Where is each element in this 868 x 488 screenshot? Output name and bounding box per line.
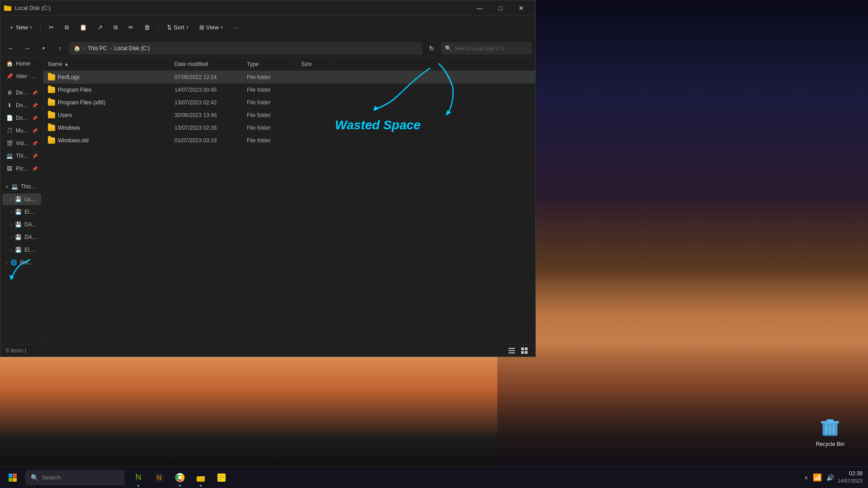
file-col-perflogs-date: 07/05/2022 12:24 bbox=[170, 71, 242, 84]
taskbar-search-icon: 🔍 bbox=[31, 474, 38, 481]
svg-rect-12 bbox=[521, 351, 524, 354]
sidebar-pictures-label: Pictures bbox=[16, 165, 29, 172]
taskbar-apps: N N bbox=[128, 468, 231, 488]
taskbar-app-next[interactable]: N bbox=[149, 468, 169, 488]
sidebar-item-documents[interactable]: 📄 Docume… 📌 bbox=[2, 112, 41, 124]
file-perflogs-date: 07/05/2022 12:24 bbox=[175, 74, 217, 80]
sidebar-item-downloads[interactable]: ⬇ Downloa… 📌 bbox=[2, 99, 41, 111]
svg-rect-18 bbox=[9, 478, 13, 482]
copy-to-icon: ⧉ bbox=[113, 24, 118, 31]
sidebar-item-local-disk[interactable]: › 💾 Local Disk bbox=[2, 193, 41, 205]
path-local-disk[interactable]: Local Disk (C:) bbox=[114, 45, 150, 52]
forward-button[interactable]: → bbox=[20, 42, 34, 55]
taskbar-search[interactable]: 🔍 Search bbox=[25, 470, 125, 485]
file-col-program-files-name: Program Files bbox=[43, 84, 170, 96]
file-row-users[interactable]: Users 30/06/2023 13:46 File folder bbox=[43, 109, 535, 122]
music-icon: 🎵 bbox=[6, 127, 13, 134]
sidebar-item-alter-perso[interactable]: 📌 Alter · Perso bbox=[2, 70, 41, 82]
chevron-up-icon[interactable]: ∧ bbox=[804, 474, 808, 481]
file-col-users-type: File folder bbox=[242, 109, 297, 122]
more-button[interactable]: ··· bbox=[229, 21, 243, 33]
up-button[interactable]: ↑ bbox=[53, 42, 66, 55]
file-col-windows-name: Windows bbox=[43, 122, 170, 134]
move-button[interactable]: ↗ bbox=[93, 21, 107, 33]
copy-to-button[interactable]: ⧉ bbox=[109, 21, 122, 34]
taskbar-app-explorer[interactable] bbox=[191, 468, 211, 488]
col-header-name[interactable]: Name ▲ bbox=[43, 57, 170, 70]
sidebar-item-data-e[interactable]: › 💾 DATA (E:) bbox=[2, 219, 41, 230]
paste-button[interactable]: 📋 bbox=[75, 21, 91, 33]
sidebar-downloads-label: Downloa… bbox=[16, 102, 29, 108]
cut-button[interactable]: ✂ bbox=[44, 21, 58, 33]
start-button[interactable] bbox=[2, 467, 24, 488]
folder-windows-icon bbox=[48, 125, 55, 131]
more-label: ··· bbox=[234, 24, 239, 31]
taskbar-app-notes[interactable] bbox=[212, 468, 231, 488]
recycle-bin[interactable]: Recycle Bin bbox=[816, 414, 844, 447]
file-row-program-files[interactable]: Program Files 14/07/2023 00:45 File fold… bbox=[43, 84, 535, 96]
taskbar-app-chrome[interactable] bbox=[170, 468, 190, 488]
file-row-perflogs[interactable]: PerfLogs 07/05/2022 12:24 File folder bbox=[43, 71, 535, 84]
wifi-icon[interactable]: 📶 bbox=[813, 473, 822, 482]
sidebar-item-this-pc-expanded[interactable]: ▾ 💻 This PC bbox=[2, 181, 41, 192]
file-col-users-name: Users bbox=[43, 109, 170, 122]
sidebar-item-elements-d[interactable]: › 💾 Elements (D bbox=[2, 244, 41, 256]
new-button[interactable]: ＋ New ▾ bbox=[4, 21, 37, 34]
sidebar-desktop-label: Desktop bbox=[16, 89, 29, 96]
delete-button[interactable]: 🗑 bbox=[140, 21, 155, 33]
recent-button[interactable]: ▾ bbox=[37, 42, 50, 55]
window-title: Local Disk (C:) bbox=[15, 5, 469, 11]
sort-button[interactable]: ⇅ Sort ▾ bbox=[162, 21, 193, 33]
file-col-windows-old-size bbox=[297, 134, 333, 147]
sidebar-item-home[interactable]: 🏠 Home bbox=[2, 58, 41, 70]
back-button[interactable]: ← bbox=[4, 42, 18, 55]
search-box[interactable]: 🔍 Search Local Disk (C:) bbox=[441, 42, 532, 55]
rename-button[interactable]: ✏ bbox=[124, 21, 138, 33]
col-header-date[interactable]: Date modified bbox=[170, 57, 242, 70]
sidebar-videos-label: Videos bbox=[16, 140, 29, 146]
file-rows: PerfLogs 07/05/2022 12:24 File folder Pr… bbox=[43, 71, 535, 344]
forward-icon: → bbox=[24, 45, 30, 52]
file-users-date: 30/06/2023 13:46 bbox=[175, 112, 217, 118]
list-view-button[interactable] bbox=[506, 346, 517, 356]
sidebar-item-network[interactable]: › 🌐 Network bbox=[2, 257, 41, 268]
file-col-program-files-x86-size bbox=[297, 96, 333, 109]
status-separator: | bbox=[25, 347, 26, 354]
file-row-program-files-x86[interactable]: Program Files (x86) 13/07/2023 02:42 Fil… bbox=[43, 96, 535, 109]
sidebar-item-videos[interactable]: 🎬 Videos 📌 bbox=[2, 137, 41, 149]
minimize-button[interactable]: — bbox=[469, 0, 490, 16]
svg-rect-7 bbox=[509, 348, 515, 349]
file-program-files-x86-label: Program Files (x86) bbox=[58, 99, 105, 106]
refresh-button[interactable]: ↻ bbox=[425, 42, 439, 55]
file-list-header: Name ▲ Date modified Type Size bbox=[43, 57, 535, 71]
data-g-chevron-icon: › bbox=[10, 235, 12, 240]
sidebar-item-pictures[interactable]: 🖼 Pictures 📌 bbox=[2, 163, 41, 174]
sidebar-item-elements-c[interactable]: › 💾 Elements (C bbox=[2, 206, 41, 218]
recycle-bin-label: Recycle Bin bbox=[816, 441, 844, 447]
volume-icon[interactable]: 🔊 bbox=[826, 474, 834, 481]
path-this-pc[interactable]: This PC bbox=[88, 45, 107, 52]
grid-view-button[interactable] bbox=[519, 346, 530, 356]
close-button[interactable]: ✕ bbox=[511, 0, 532, 16]
file-col-program-files-x86-type: File folder bbox=[242, 96, 297, 109]
view-label: View bbox=[206, 24, 219, 31]
col-header-size[interactable]: Size bbox=[297, 57, 333, 70]
up-icon: ↑ bbox=[58, 45, 61, 52]
svg-rect-19 bbox=[13, 478, 17, 482]
file-row-windows-old[interactable]: Windows.old 01/07/2023 03:16 File folder bbox=[43, 134, 535, 147]
sort-label: Sort bbox=[174, 24, 184, 31]
maximize-button[interactable]: □ bbox=[490, 0, 511, 16]
taskbar-app-nvidia[interactable]: N bbox=[128, 468, 148, 488]
sidebar-item-music[interactable]: 🎵 Music 📌 bbox=[2, 125, 41, 136]
col-header-type[interactable]: Type bbox=[242, 57, 297, 70]
file-row-windows[interactable]: Windows 13/07/2023 02:36 File folder bbox=[43, 122, 535, 134]
file-perflogs-label: PerfLogs bbox=[58, 74, 80, 80]
sidebar-item-desktop[interactable]: 🖥 Desktop 📌 bbox=[2, 87, 41, 99]
copy-button[interactable]: ⧉ bbox=[60, 21, 73, 34]
address-path[interactable]: 🏠 › This PC › Local Disk (C:) bbox=[69, 42, 422, 55]
view-button[interactable]: ⊞ View ▾ bbox=[195, 21, 227, 33]
sidebar-item-data-g[interactable]: › 💾 DATA (G:) bbox=[2, 231, 41, 243]
sidebar-item-this-pc-nav[interactable]: 💻 This PC 📌 bbox=[2, 150, 41, 162]
taskbar-datetime[interactable]: 02:38 14/07/2023 bbox=[838, 470, 863, 484]
address-bar: ← → ▾ ↑ 🏠 › This PC › Local Disk (C:) ↻ … bbox=[0, 39, 535, 57]
